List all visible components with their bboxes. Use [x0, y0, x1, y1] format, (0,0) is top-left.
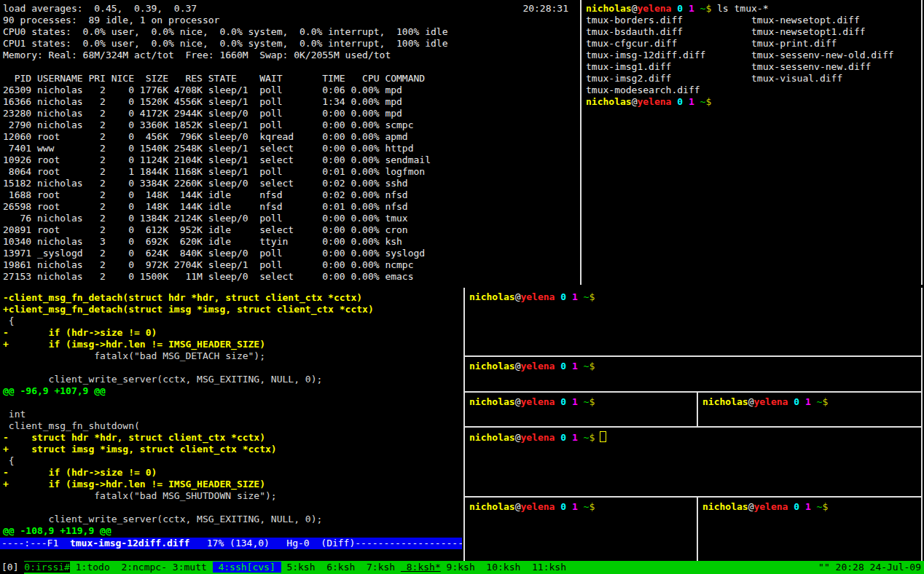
window-item-7-ksh[interactable]: 7:ksh [361, 562, 401, 573]
prompt-symbol: $ [589, 291, 595, 302]
prompt-line: nicholas@yelena 0 1 ~$ [469, 291, 924, 303]
prompt-host: yelena [753, 501, 788, 512]
window-item-11-ksh[interactable]: 11:ksh [526, 562, 566, 573]
top-summary-line: CPU1 states: 0.0% user, 0.0% nice, 0.0% … [3, 38, 582, 50]
prompt-symbol: $ [589, 396, 595, 407]
ls-output-line: tmux-imsg-12diff.difftmux-sessenv-new-ol… [586, 50, 924, 61]
diff-line-add: + if (imsg->hdr.len != IMSG_HEADER_SIZE) [3, 339, 462, 350]
prompt-user: nicholas [702, 396, 748, 407]
prompt-line: nicholas@yelena 0 1 ~$ [586, 96, 924, 108]
process-row: 26309 nicholas 2 0 1776K 4708K sleep/1 p… [3, 84, 582, 96]
top-summary-line: Memory: Real: 68M/324M act/tot Free: 166… [3, 50, 582, 61]
process-row: 2790 nicholas 2 0 3360K 1852K sleep/1 po… [3, 119, 582, 131]
prompt-user: nicholas [586, 96, 632, 107]
prompt-host: yelena [520, 501, 555, 512]
prompt-host: yelena [520, 432, 555, 443]
window-item-8-ksh-[interactable]: 8:ksh* [401, 562, 441, 573]
pane-border-right-edge-bottom [921, 288, 923, 561]
session-name: [0] [0, 561, 24, 574]
window-item-3-mutt[interactable]: 3:mutt [167, 562, 213, 573]
prompt-session-flag: 0 [794, 501, 799, 512]
prompt-symbol: $ [589, 361, 595, 371]
ls-output-line: tmux-modesearch.diff [586, 84, 924, 96]
prompt-symbol: $ [822, 501, 828, 512]
ls-output-line: tmux-borders.difftmux-newsetopt.diff [586, 15, 924, 26]
filename: tmux-imsg-12diff.diff [586, 50, 751, 61]
window-item-2-ncmpc-[interactable]: 2:ncmpc- [116, 562, 167, 573]
window-item-10-ksh[interactable]: 10:ksh [481, 562, 527, 573]
top-summary-line: CPU0 states: 0.0% user, 0.0% nice, 0.0% … [3, 26, 582, 38]
diff-line-ctx: client_write_server(cctx, MSG_EXITING, N… [3, 514, 462, 525]
pane-shell-3[interactable]: nicholas@yelena 0 1 ~$ [465, 393, 701, 430]
prompt-line: nicholas@yelena 0 1 ~$ [702, 396, 921, 408]
pane-shell-4[interactable]: nicholas@yelena 0 1 ~$ [698, 393, 921, 430]
window-item-6-ksh[interactable]: 6:ksh [321, 562, 361, 573]
diff-line-ctx: { [3, 315, 462, 327]
filename: tmux-modesearch.diff [586, 84, 751, 96]
diff-line-ctx [3, 362, 462, 374]
diff-content: -client_msg_fn_detach(struct hdr *hdr, s… [3, 292, 462, 537]
prompt-user: nicholas [469, 432, 515, 443]
window-item-5-ksh[interactable]: 5:ksh [281, 562, 321, 573]
diff-line-hunk: @@ -108,9 +119,9 @@ [3, 525, 462, 537]
pane-shell-7[interactable]: nicholas@yelena 0 1 ~$ [698, 498, 921, 565]
pane-shell-2[interactable]: nicholas@yelena 0 1 ~$ [465, 357, 924, 395]
pane-emacs-diff[interactable]: -client_msg_fn_detach(struct hdr *hdr, s… [0, 288, 462, 561]
prompt-symbol: $ [822, 396, 828, 407]
status-bar: [0] 0:irssi# 1:todo 2:ncmpc- 3:mutt 4:ss… [0, 561, 924, 574]
diff-line-add: + if (imsg->hdr.len != IMSG_HEADER_SIZE) [3, 479, 462, 490]
process-row: 20891 root 2 0 612K 952K idle select 0:0… [3, 224, 582, 236]
window-item-4-ssh-cvs-[interactable]: 4:ssh[cvs] [213, 562, 281, 573]
prompt-session-flag: 0 [677, 3, 683, 14]
prompt-window-flag: 1 [572, 361, 578, 371]
prompt-line: nicholas@yelena 0 1 ~$ [469, 396, 701, 408]
modeline-filename: tmux-imsg-12diff.diff [70, 538, 189, 549]
top-summary-line: load averages: 0.45, 0.39, 0.37 [3, 3, 582, 15]
ls-output-line: tmux-imsg1.difftmux-sessenv-new.diff [586, 61, 924, 73]
diff-line-del: -client_msg_fn_detach(struct hdr *hdr, s… [3, 292, 462, 304]
process-row: 10926 root 2 0 1124K 2104K sleep/1 selec… [3, 154, 582, 166]
shell-pane-group: nicholas@yelena 0 1 ~$ nicholas@yelena 0… [465, 288, 921, 561]
diff-line-ctx [3, 397, 462, 409]
process-row: 76 nicholas 2 0 1384K 2124K sleep/0 poll… [3, 213, 582, 224]
filename: tmux-newsetopt.diff [751, 15, 860, 25]
pane-top-command[interactable]: 20:28:31 load averages: 0.45, 0.39, 0.37… [0, 0, 582, 288]
window-item-9-ksh[interactable]: 9:ksh [441, 562, 481, 573]
filename: tmux-print.diff [751, 38, 837, 49]
top-summary-line: 90 processes: 89 idle, 1 on processor [3, 15, 582, 26]
top-clock: 20:28:31 [522, 3, 568, 15]
diff-line-ctx: fatalx("bad MSG_DETACH size"); [3, 350, 462, 362]
process-row: 7401 www 2 0 1540K 2548K sleep/1 select … [3, 143, 582, 154]
pane-shell-6[interactable]: nicholas@yelena 0 1 ~$ [465, 498, 701, 565]
prompt-session-flag: 0 [560, 361, 566, 371]
pane-shell-1[interactable]: nicholas@yelena 0 1 ~$ [465, 288, 924, 359]
process-row: 23280 nicholas 2 0 4172K 2944K sleep/0 p… [3, 108, 582, 119]
prompt-host: yelena [520, 291, 555, 302]
top-summary: load averages: 0.45, 0.39, 0.3790 proces… [3, 3, 582, 61]
prompt-window-flag: 1 [572, 396, 578, 407]
pane-shell-active[interactable]: nicholas@yelena 0 1 ~$ [465, 428, 924, 500]
prompt-session-flag: 0 [560, 432, 566, 443]
prompt-session-flag: 0 [560, 501, 566, 512]
modeline-status: 17% (134,0) Hg-0 (Diff)-----------------… [189, 538, 462, 549]
filename: tmux-sessenv-new.diff [751, 61, 871, 72]
diff-line-ctx: { [3, 455, 462, 467]
process-row: 19861 nicholas 2 0 972K 2704K sleep/1 po… [3, 259, 582, 271]
prompt-window-flag: 1 [805, 396, 811, 407]
window-item-1-todo[interactable]: 1:todo [70, 562, 116, 573]
text-cursor [600, 431, 606, 442]
diff-line-del: - if (hdr->size != 0) [3, 467, 462, 479]
blank-line [3, 61, 582, 73]
prompt-session-flag: 0 [794, 396, 799, 407]
pane-border-vertical-top [580, 0, 582, 285]
prompt-host: yelena [520, 361, 555, 371]
filename: tmux-borders.diff [586, 15, 751, 26]
window-item-0-irssi-[interactable]: 0:irssi# [24, 562, 70, 573]
process-row: 13971 _syslogd 2 0 624K 840K sleep/0 pol… [3, 248, 582, 259]
prompt-user: nicholas [702, 501, 748, 512]
pane-shell-ls[interactable]: nicholas@yelena 0 1 ~$ ls tmux-*tmux-bor… [583, 0, 924, 288]
filename: tmux-newsetopt1.diff [751, 26, 866, 37]
diff-line-del: - if (hdr->size != 0) [3, 327, 462, 339]
process-row: 27153 nicholas 2 0 1500K 11M sleep/0 sel… [3, 271, 582, 283]
prompt-host: yelena [637, 3, 671, 14]
